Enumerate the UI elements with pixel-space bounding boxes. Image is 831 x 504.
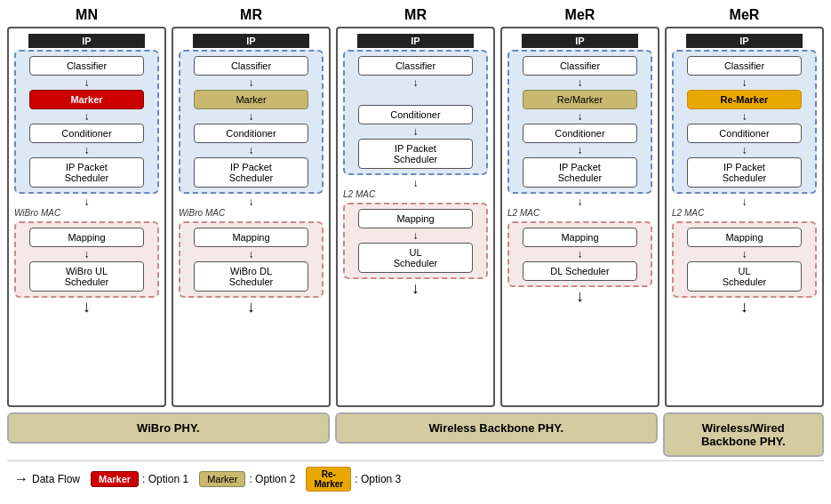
ip-scheduler-MeR2: IP PacketScheduler xyxy=(687,157,802,188)
arrow-MR1-2: ↓ xyxy=(186,110,316,123)
mac-box-MR1: Mapping ↓ WiBro DLScheduler xyxy=(179,221,324,298)
conditioner-MR2: Conditioner xyxy=(358,105,473,124)
arrow-MR2-5: ↓ xyxy=(343,279,488,298)
ip-qos-box-MR1: Classifier ↓ Marker ↓ Conditioner ↓ IP P… xyxy=(179,50,324,194)
marker-MN: Marker xyxy=(29,90,144,109)
phy-wibro: WiBro PHY. xyxy=(7,412,330,444)
mac-label-MR1: WiBro MAC xyxy=(179,208,225,218)
arrow-MeR1-3: ↓ xyxy=(515,144,645,156)
ul-scheduler-MeR2: ULScheduler xyxy=(687,261,802,292)
outer-box-MeR1: IP Classifier ↓ Re/Marker ↓ Conditioner … xyxy=(500,27,659,407)
phy-wired-group: Wireless/WiredBackbone PHY. xyxy=(663,409,824,457)
ip-qos-box-MeR1: Classifier ↓ Re/Marker ↓ Conditioner ↓ I… xyxy=(507,50,652,194)
col-title-MeR2: MeR xyxy=(730,7,760,23)
legend-marker-tan: Marker xyxy=(199,471,245,487)
arrow-MR1-1: ↓ xyxy=(186,76,316,89)
arrow-MR2-3: ↓ xyxy=(343,177,488,189)
phy-row: WiBro PHY. Wireless Backbone PHY. Wirele… xyxy=(7,409,824,457)
classifier-MeR2: Classifier xyxy=(687,56,802,76)
arrow-MR2-4: ↓ xyxy=(350,229,481,242)
re-marker-MeR2: Re-Marker xyxy=(687,90,802,109)
dl-scheduler-MR1: WiBro DLScheduler xyxy=(194,261,308,292)
arrow-MN-1: ↓ xyxy=(21,76,152,89)
mapping-MeR1: Mapping xyxy=(523,228,637,247)
mac-box-MeR2: Mapping ↓ ULScheduler xyxy=(672,221,817,298)
column-MN: MN IP Classifier ↓ Marker ↓ Conditioner … xyxy=(7,7,166,407)
legend-option2: Marker : Option 2 xyxy=(199,471,295,487)
classifier-MN: Classifier xyxy=(29,56,144,76)
arrow-MeR2-2: ↓ xyxy=(679,110,810,123)
mac-label-MR2: L2 MAC xyxy=(343,189,375,199)
ip-scheduler-MR1: IP PacketScheduler xyxy=(194,157,308,188)
arrow-MeR2-4: ↓ xyxy=(672,196,817,208)
ip-bar-MR2: IP xyxy=(357,34,473,48)
legend-option3: Re-Marker : Option 3 xyxy=(306,467,401,492)
arrow-MR1-4: ↓ xyxy=(179,196,324,208)
arrow-MeR1-5: ↓ xyxy=(515,248,645,260)
mapping-MeR2: Mapping xyxy=(687,228,802,247)
mac-box-MN: Mapping ↓ WiBro ULScheduler xyxy=(14,221,159,298)
arrow-MeR1-6: ↓ xyxy=(507,287,652,306)
ip-bar-MR1: IP xyxy=(193,34,308,48)
legend-option1-text: : Option 1 xyxy=(142,473,188,485)
mapping-MR1: Mapping xyxy=(194,228,308,247)
conditioner-MR1: Conditioner xyxy=(194,124,308,143)
conditioner-MN: Conditioner xyxy=(29,124,144,143)
ip-bar-MN: IP xyxy=(28,34,144,48)
mac-label-MeR1: L2 MAC xyxy=(507,208,539,218)
ip-scheduler-MN: IP PacketScheduler xyxy=(29,157,144,188)
legend-option1: Marker : Option 1 xyxy=(91,471,188,487)
conditioner-MeR2: Conditioner xyxy=(687,124,802,143)
mac-label-MeR2: L2 MAC xyxy=(672,208,704,218)
arrow-MeR1-2: ↓ xyxy=(515,110,645,123)
legend-option2-text: : Option 2 xyxy=(249,473,295,485)
ip-scheduler-MeR1: IP PacketScheduler xyxy=(523,157,637,188)
col-title-MN: MN xyxy=(76,7,98,23)
classifier-MeR1: Classifier xyxy=(523,56,637,76)
legend-dataflow: → Data Flow xyxy=(14,471,80,487)
ul-scheduler-MR2: ULScheduler xyxy=(358,243,473,273)
ip-bar-MeR2: IP xyxy=(686,34,802,48)
arrow-MR1-6: ↓ xyxy=(179,298,324,316)
arrow-MN-4: ↓ xyxy=(14,196,159,208)
legend: → Data Flow Marker : Option 1 Marker : O… xyxy=(7,460,824,497)
re-marker-MeR1: Re/Marker xyxy=(523,90,637,109)
column-MR1: MR IP Classifier ↓ Marker ↓ Conditioner … xyxy=(172,7,331,407)
mapping-MR2: Mapping xyxy=(358,209,473,228)
arrow-MeR1-1: ↓ xyxy=(515,76,645,89)
outer-box-MR2: IP Classifier ↓ Conditioner ↓ IP PacketS… xyxy=(336,27,495,407)
phy-wibro-group: WiBro PHY. xyxy=(7,409,330,457)
marker-MR1: Marker xyxy=(194,90,308,109)
column-MeR2: MeR IP Classifier ↓ Re-Marker ↓ Conditio… xyxy=(665,7,824,407)
ip-scheduler-MR2: IP PacketScheduler xyxy=(358,139,473,169)
ul-scheduler-MN: WiBro ULScheduler xyxy=(29,261,144,292)
mapping-MN: Mapping xyxy=(29,228,144,247)
mac-box-MR2: Mapping ↓ ULScheduler xyxy=(343,203,488,279)
arrow-MN-3: ↓ xyxy=(21,144,152,156)
col-title-MR1: MR xyxy=(240,7,262,23)
conditioner-MeR1: Conditioner xyxy=(523,124,637,143)
arrow-MR1-5: ↓ xyxy=(186,248,316,260)
ip-qos-box-MeR2: Classifier ↓ Re-Marker ↓ Conditioner ↓ I… xyxy=(672,50,817,194)
arrow-MR1-3: ↓ xyxy=(186,144,316,156)
mac-label-MN: WiBro MAC xyxy=(14,208,60,218)
outer-box-MN: IP Classifier ↓ Marker ↓ Conditioner ↓ I… xyxy=(7,27,166,407)
arrow-MeR2-3: ↓ xyxy=(679,144,810,156)
arrow-MN-5: ↓ xyxy=(21,248,152,260)
arrow-MeR1-4: ↓ xyxy=(507,196,652,208)
arrow-MR2-1: ↓ xyxy=(350,76,481,89)
legend-marker-yellow: Re-Marker xyxy=(306,467,351,492)
phy-wired: Wireless/WiredBackbone PHY. xyxy=(663,412,824,457)
ip-qos-box-MR2: Classifier ↓ Conditioner ↓ IP PacketSche… xyxy=(343,50,488,175)
dl-scheduler-MeR1: DL Scheduler xyxy=(523,261,637,281)
arrow-MeR2-1: ↓ xyxy=(679,76,810,89)
phy-wireless-group: Wireless Backbone PHY. xyxy=(335,409,658,457)
dataflow-arrow-icon: → xyxy=(14,471,28,487)
column-MeR1: MeR IP Classifier ↓ Re/Marker ↓ Conditio… xyxy=(500,7,659,407)
outer-box-MeR2: IP Classifier ↓ Re-Marker ↓ Conditioner … xyxy=(665,27,824,407)
legend-marker-red: Marker xyxy=(91,471,139,487)
main-container: MN IP Classifier ↓ Marker ↓ Conditioner … xyxy=(0,0,831,504)
column-MR2: MR IP Classifier ↓ Conditioner ↓ IP Pack… xyxy=(336,7,495,407)
ip-bar-MeR1: IP xyxy=(522,34,637,48)
outer-box-MR1: IP Classifier ↓ Marker ↓ Conditioner ↓ I… xyxy=(172,27,331,407)
